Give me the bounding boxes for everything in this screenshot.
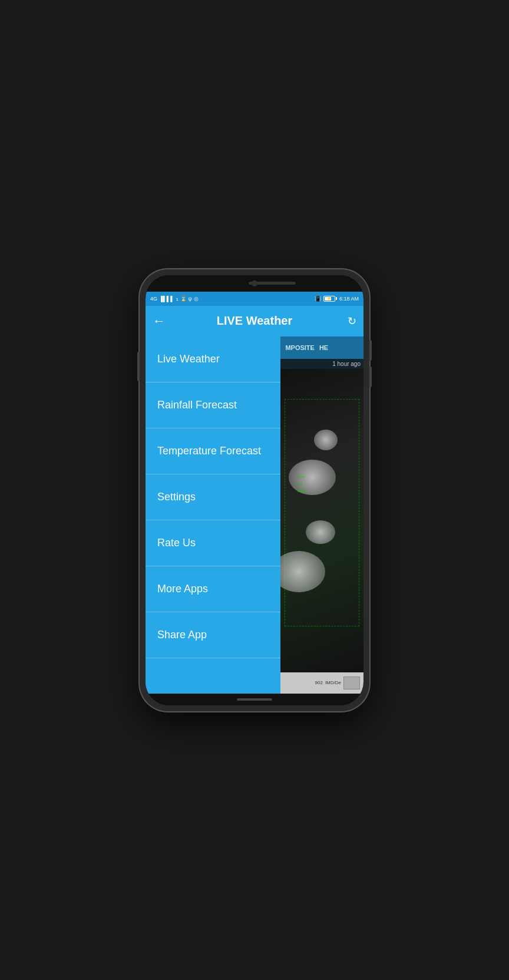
- menu-item-settings[interactable]: Settings: [146, 474, 280, 520]
- tab-bar: MPOSITE HE: [280, 336, 363, 359]
- hourglass-icon: ⌛: [180, 296, 187, 302]
- home-indicator[interactable]: [237, 698, 272, 701]
- volume-down-button[interactable]: [369, 367, 372, 387]
- signal-4g: 4G: [150, 296, 157, 302]
- phone-frame: 4G ▐▌▌▌ ₁ ⌛ ψ ◎ 📳 ⚡ 6: [140, 269, 369, 711]
- map-labels: DLH JAI MUM: [298, 475, 306, 493]
- status-bar: 4G ▐▌▌▌ ₁ ⌛ ψ ◎ 📳 ⚡ 6: [146, 292, 363, 306]
- cloud-4: [314, 430, 338, 450]
- app-title: LIVE Weather: [173, 314, 336, 328]
- cloud-1: [289, 460, 336, 495]
- phone-screen: 4G ▐▌▌▌ ₁ ⌛ ψ ◎ 📳 ⚡ 6: [146, 275, 363, 705]
- back-button[interactable]: ←: [153, 315, 166, 328]
- status-left: 4G ▐▌▌▌ ₁ ⌛ ψ ◎: [150, 296, 199, 302]
- menu-item-share-app[interactable]: Share App: [146, 612, 280, 658]
- status-right: 📳 ⚡ 6:18 AM: [315, 296, 359, 302]
- battery-indicator: ⚡: [323, 296, 337, 302]
- app-screen: 4G ▐▌▌▌ ₁ ⌛ ψ ◎ 📳 ⚡ 6: [146, 292, 363, 694]
- speaker-icon: [249, 282, 296, 285]
- menu-item-more-apps[interactable]: More Apps: [146, 566, 280, 612]
- signal-bars: ▐▌▌▌: [159, 296, 174, 302]
- satellite-image: DLH JAI MUM: [280, 369, 363, 672]
- tab-composite[interactable]: MPOSITE: [285, 344, 315, 351]
- usb-icon: ψ: [189, 296, 192, 302]
- menu-item-rainfall-forecast[interactable]: Rainfall Forecast: [146, 382, 280, 428]
- bottom-label: IMD/De: [325, 680, 341, 685]
- power-button[interactable]: [137, 352, 140, 381]
- nav-drawer: Live Weather Rainfall Forecast Temperatu…: [146, 336, 280, 694]
- menu-item-temperature-forecast[interactable]: Temperature Forecast: [146, 428, 280, 474]
- tab-he[interactable]: HE: [319, 344, 328, 351]
- drawer-bottom-space: [146, 658, 280, 694]
- clock-display: 6:18 AM: [339, 296, 359, 302]
- content-area: Live Weather Rainfall Forecast Temperatu…: [146, 336, 363, 694]
- timestamp-label: 1 hour ago: [280, 359, 363, 369]
- volume-up-button[interactable]: [369, 340, 372, 361]
- refresh-button[interactable]: ↻: [348, 315, 356, 328]
- app-bar: ← LIVE Weather ↻: [146, 306, 363, 336]
- vibrate-icon: 📳: [315, 296, 321, 302]
- menu-item-rate-us[interactable]: Rate Us: [146, 520, 280, 566]
- phone-top-notch: [146, 275, 363, 292]
- cloud-2: [306, 520, 335, 544]
- phone-bottom-bar: [146, 694, 363, 705]
- satellite-panel: MPOSITE HE 1 hour ago DLH: [280, 336, 363, 694]
- minimap-thumbnail: [343, 677, 360, 689]
- menu-item-live-weather[interactable]: Live Weather: [146, 336, 280, 382]
- carrier-num: ₁: [176, 296, 179, 302]
- bottom-strip: 902 IMD/De: [280, 672, 363, 694]
- wifi-icon: ◎: [194, 296, 199, 302]
- bottom-number: 902: [315, 680, 323, 685]
